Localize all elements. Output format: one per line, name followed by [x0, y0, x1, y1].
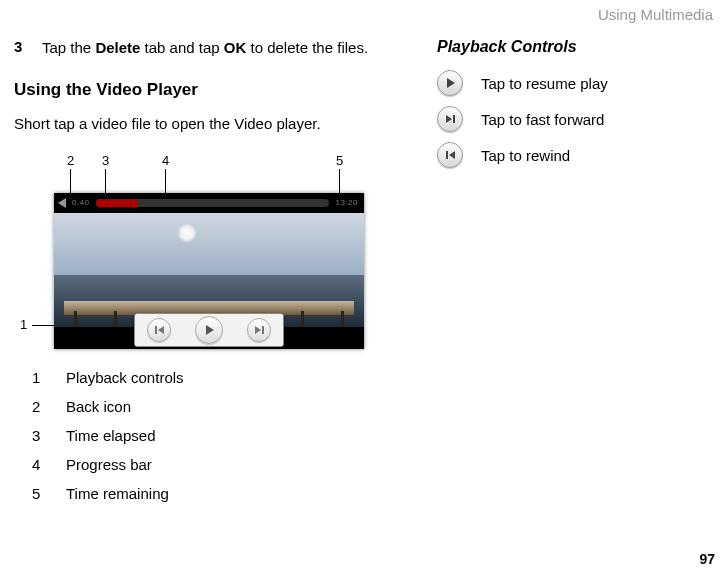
ok-label: OK — [224, 39, 247, 56]
section-header: Using Multimedia — [598, 6, 713, 23]
callout-4: 4 — [162, 153, 169, 168]
playback-controls-list: Tap to resume play Tap to fast forward T… — [437, 70, 711, 168]
play-button[interactable] — [195, 316, 223, 344]
pc-row-rw: Tap to rewind — [437, 142, 711, 168]
legend-num: 4 — [32, 456, 42, 473]
legend-label: Back icon — [66, 398, 131, 415]
pc-label: Tap to rewind — [481, 147, 570, 164]
delete-label: Delete — [95, 39, 140, 56]
rewind-icon — [155, 326, 164, 334]
play-icon — [437, 70, 463, 96]
time-remaining: 13:20 — [335, 198, 358, 207]
legend-label: Playback controls — [66, 369, 184, 386]
fast-forward-icon — [437, 106, 463, 132]
legend-num: 3 — [32, 427, 42, 444]
legend-row: 2Back icon — [32, 398, 399, 415]
playback-controls-panel — [134, 313, 284, 347]
text: tab and tap — [140, 39, 223, 56]
legend-row: 3Time elapsed — [32, 427, 399, 444]
play-icon — [206, 325, 214, 335]
pc-row-ff: Tap to fast forward — [437, 106, 711, 132]
fast-forward-icon — [255, 326, 264, 334]
step-text: Tap the Delete tab and tap OK to delete … — [42, 38, 368, 58]
pc-row-play: Tap to resume play — [437, 70, 711, 96]
heading-video-player: Using the Video Player — [14, 80, 399, 100]
legend-label: Time remaining — [66, 485, 169, 502]
time-elapsed: 0:40 — [72, 198, 90, 207]
rewind-icon — [437, 142, 463, 168]
pc-label: Tap to resume play — [481, 75, 608, 92]
callout-2: 2 — [67, 153, 74, 168]
text: Tap the — [42, 39, 95, 56]
callout-5: 5 — [336, 153, 343, 168]
legend-num: 1 — [32, 369, 42, 386]
callout-1: 1 — [20, 317, 27, 332]
legend-num: 5 — [32, 485, 42, 502]
legend-row: 1Playback controls — [32, 369, 399, 386]
progress-fill — [96, 199, 138, 207]
legend-row: 5Time remaining — [32, 485, 399, 502]
text: to delete the files. — [246, 39, 368, 56]
page-number: 97 — [699, 551, 715, 567]
fast-forward-button[interactable] — [247, 318, 271, 342]
video-player-diagram: 2 3 4 5 1 0:40 13:20 — [54, 159, 384, 349]
pc-label: Tap to fast forward — [481, 111, 604, 128]
back-icon[interactable] — [58, 198, 66, 208]
step-3: 3 Tap the Delete tab and tap OK to delet… — [14, 38, 399, 58]
legend-row: 4Progress bar — [32, 456, 399, 473]
player-topbar: 0:40 13:20 — [54, 193, 364, 213]
callout-3: 3 — [102, 153, 109, 168]
video-player: 0:40 13:20 — [54, 193, 364, 349]
rewind-button[interactable] — [147, 318, 171, 342]
legend-label: Progress bar — [66, 456, 152, 473]
step-number: 3 — [14, 38, 30, 58]
legend-label: Time elapsed — [66, 427, 156, 444]
heading-playback-controls: Playback Controls — [437, 38, 711, 56]
legend-num: 2 — [32, 398, 42, 415]
progress-bar[interactable] — [96, 199, 330, 207]
legend-table: 1Playback controls 2Back icon 3Time elap… — [32, 369, 399, 502]
video-frame — [54, 213, 364, 327]
intro-text: Short tap a video file to open the Video… — [14, 114, 399, 134]
